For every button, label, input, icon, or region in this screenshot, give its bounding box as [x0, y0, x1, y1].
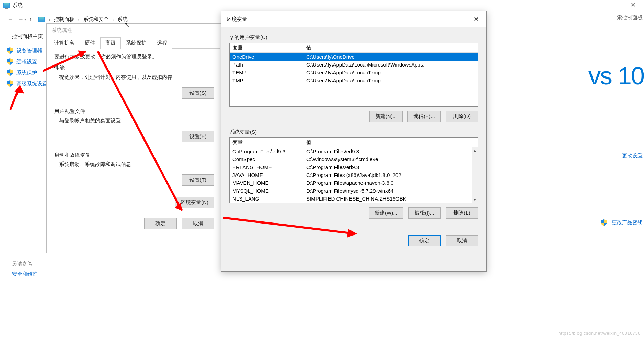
shield-icon [7, 80, 13, 87]
system-icon [3, 3, 10, 8]
performance-settings-button[interactable]: 设置(S) [182, 87, 214, 99]
sys-var-delete-button[interactable]: 删除(L) [446, 207, 478, 219]
user-vars-col-value[interactable]: 值 [303, 43, 478, 52]
scroll-up-icon[interactable]: ▲ [472, 147, 478, 154]
search-control-panel-fragment: 索控制面板 [617, 14, 643, 21]
sys-vars-list[interactable]: 变量 值 C:\Program Files\erl9.3C:\Program F… [229, 137, 478, 203]
user-var-row[interactable]: TMPC:\Users\ly\AppData\Local\Temp [230, 76, 478, 84]
maximize-button[interactable] [610, 1, 625, 9]
env-cancel-button[interactable]: 取消 [446, 235, 478, 246]
sys-var-row[interactable]: C:\Program Files\erl9.3C:\Program Files\… [230, 147, 478, 155]
tab-remote[interactable]: 远程 [152, 37, 172, 49]
sys-var-row[interactable]: ComSpecC:\Windows\system32\cmd.exe [230, 155, 478, 163]
var-value: C:\Program Files\erl9.3 [303, 163, 478, 171]
admin-note: 要进行大多数更改，你必须作为管理员登录。 [54, 53, 214, 60]
user-var-edit-button[interactable]: 编辑(E)... [407, 111, 441, 122]
nav-up-button[interactable]: ↑ [26, 16, 34, 22]
shield-icon [601, 219, 607, 226]
var-name: Path [230, 61, 303, 69]
var-value: D:\Program Files\apache-maven-3.6.0 [303, 179, 478, 187]
user-profiles-section: 用户配置文件 与登录帐户相关的桌面设置 [54, 108, 214, 124]
change-settings-link[interactable]: 更改设置 [622, 153, 643, 159]
user-var-row[interactable]: OneDriveC:\Users\ly\OneDrive [230, 53, 478, 61]
var-name: ComSpec [230, 155, 303, 163]
user-profiles-desc: 与登录帐户相关的桌面设置 [59, 118, 214, 124]
tab-computer-name[interactable]: 计算机名 [49, 37, 80, 49]
tab-hardware[interactable]: 硬件 [80, 37, 100, 49]
environment-variables-dialog: 环境变量 ✕ ly 的用户变量(U) 变量 值 OneDriveC:\Users… [221, 11, 487, 272]
performance-desc: 视觉效果，处理器计划，内存使用，以及虚拟内存 [59, 74, 214, 81]
user-vars-list[interactable]: 变量 值 OneDriveC:\Users\ly\OneDrivePathC:\… [229, 43, 478, 107]
change-product-key-label: 更改产品密钥 [612, 219, 643, 225]
cursor-icon: ↖ [124, 21, 130, 29]
var-value: C:\Users\ly\OneDrive [303, 53, 478, 61]
sys-var-row[interactable]: MYSQL_HOMED:\Program Files\mysql-5.7.29-… [230, 187, 478, 195]
var-value: D:\Program Files\mysql-5.7.29-winx64 [303, 187, 478, 195]
sys-var-row[interactable]: NLS_LANGSIMPLIFIED CHINESE_CHINA.ZHS16GB… [230, 195, 478, 203]
watermark: https://blog.csdn.net/weixin_40816738 [558, 330, 641, 336]
breadcrumb-root-icon[interactable] [38, 17, 45, 22]
performance-section: 性能 视觉效果，处理器计划，内存使用，以及虚拟内存 [54, 65, 214, 81]
var-value: C:\Users\ly\AppData\Local\Microsoft\Wind… [303, 61, 478, 69]
minimize-button[interactable] [594, 1, 610, 9]
var-value: C:\Users\ly\AppData\Local\Temp [303, 76, 478, 84]
nav-back-button[interactable]: ← [5, 16, 15, 23]
user-var-new-button[interactable]: 新建(N)... [369, 111, 403, 122]
sys-vars-col-name[interactable]: 变量 [230, 138, 303, 147]
sysprop-ok-button[interactable]: 确定 [144, 218, 177, 229]
breadcrumb-caret[interactable]: › [111, 16, 115, 22]
env-dialog-close-button[interactable]: ✕ [472, 15, 481, 23]
user-var-delete-button[interactable]: 删除(D) [446, 111, 478, 122]
user-profiles-settings-button[interactable]: 设置(E) [182, 131, 214, 142]
sys-vars-scrollbar[interactable]: ▲ ▼ [472, 147, 478, 203]
system-properties-dialog: 系统属性 计算机名 硬件 高级 系统保护 远程 要进行大多数更改，你必须作为管理… [46, 23, 222, 253]
breadcrumb-part-1[interactable]: 系统和安全 [81, 16, 111, 23]
sys-var-edit-button[interactable]: 编辑(I)... [408, 207, 441, 219]
change-product-key-link[interactable]: 更改产品密钥 [601, 219, 643, 226]
startup-recovery-section: 启动和故障恢复 系统启动、系统故障和调试信息 [54, 152, 214, 168]
sidebar-item-label: 系统保护 [16, 70, 37, 76]
env-dialog-titlebar: 环境变量 ✕ [221, 11, 486, 27]
var-name: MYSQL_HOME [230, 187, 303, 195]
sys-var-row[interactable]: MAVEN_HOMED:\Program Files\apache-maven-… [230, 179, 478, 187]
performance-title: 性能 [54, 65, 214, 71]
sidebar-item-label: 远程设置 [16, 59, 37, 65]
system-window-titlebar: 系统 [0, 0, 644, 10]
user-var-row[interactable]: TEMPC:\Users\ly\AppData\Local\Temp [230, 69, 478, 76]
var-name: TMP [230, 76, 303, 84]
tab-system-protection[interactable]: 系统保护 [121, 37, 152, 49]
breadcrumb-caret[interactable]: › [47, 16, 52, 22]
system-properties-title: 系统属性 [47, 24, 222, 37]
env-ok-button[interactable]: 确定 [408, 235, 441, 246]
shield-icon [7, 58, 13, 65]
user-var-row[interactable]: PathC:\Users\ly\AppData\Local\Microsoft\… [230, 61, 478, 69]
system-properties-footer: 确定 取消 [47, 213, 222, 234]
scroll-down-icon[interactable]: ▼ [472, 197, 478, 203]
sysprop-cancel-button[interactable]: 取消 [182, 218, 214, 229]
sys-var-row[interactable]: JAVA_HOMEC:\Program Files (x86)\Java\jdk… [230, 171, 478, 179]
sidebar-item-label: 设备管理器 [16, 48, 42, 54]
user-vars-col-name[interactable]: 变量 [230, 43, 303, 52]
shield-icon [7, 69, 13, 76]
var-name: JAVA_HOME [230, 171, 303, 179]
var-name: NUMBER_OF_PROCESSORS [230, 203, 303, 203]
sys-var-row[interactable]: NUMBER_OF_PROCESSORS4 [230, 203, 478, 203]
user-vars-label: ly 的用户变量(U) [229, 34, 478, 41]
var-name: C:\Program Files\erl9.3 [230, 147, 303, 155]
breadcrumb-part-0[interactable]: 控制面板 [52, 16, 77, 23]
user-profiles-title: 用户配置文件 [54, 108, 214, 115]
sys-vars-col-value[interactable]: 值 [303, 138, 478, 147]
startup-recovery-title: 启动和故障恢复 [54, 152, 214, 158]
security-maintenance-link[interactable]: 安全和维护 [12, 271, 38, 277]
close-button[interactable]: ✕ [625, 1, 641, 9]
env-vars-button[interactable]: 环境变量(N) [175, 197, 214, 208]
breadcrumb-caret[interactable]: › [77, 16, 81, 22]
windows-logo-text: vs 10 [588, 62, 644, 90]
startup-recovery-settings-button[interactable]: 设置(T) [182, 174, 214, 186]
tab-advanced[interactable]: 高级 [100, 37, 121, 49]
sys-var-new-button[interactable]: 新建(W)... [369, 207, 403, 219]
var-name: OneDrive [230, 53, 303, 61]
startup-recovery-desc: 系统启动、系统故障和调试信息 [59, 161, 214, 168]
var-name: ERLANG_HOME [230, 163, 303, 171]
sys-var-row[interactable]: ERLANG_HOMEC:\Program Files\erl9.3 [230, 163, 478, 171]
